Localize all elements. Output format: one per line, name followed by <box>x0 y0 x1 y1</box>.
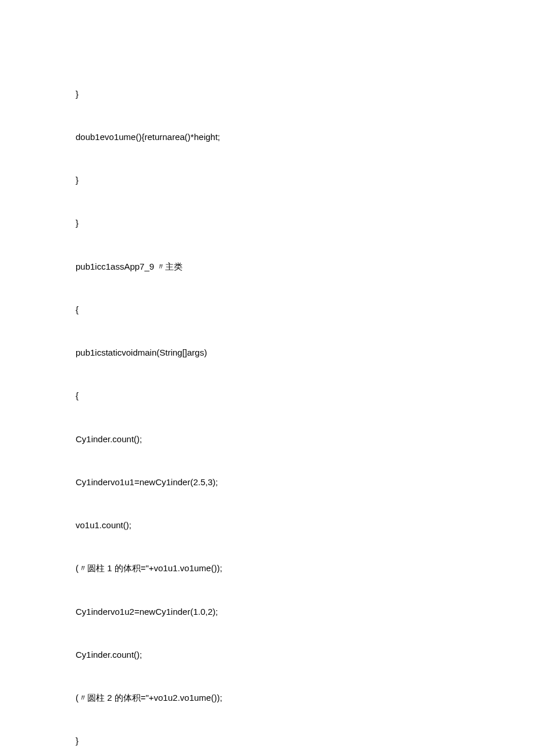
code-line: { <box>76 389 459 403</box>
code-line: Cy1indervo1u1=newCy1inder(2.5,3); <box>76 475 459 490</box>
code-line: vo1u1.count(); <box>76 518 459 533</box>
code-line: } <box>76 734 459 748</box>
code-line: } <box>76 173 459 188</box>
code-line: Cy1inder.count(); <box>76 432 459 447</box>
code-line: (〃圆柱 2 的体积="+vo1u2.vo1ume()); <box>76 691 459 705</box>
code-line: } <box>76 87 459 102</box>
code-line: (〃圆柱 1 的体积="+vo1u1.vo1ume()); <box>76 561 459 576</box>
code-line: Cy1inder.count(); <box>76 648 459 662</box>
code-line: pub1icstaticvoidmain(String[]args) <box>76 346 459 360</box>
code-block-top: } doub1evo1ume(){returnarea()*height; } … <box>76 58 459 756</box>
code-line: doub1evo1ume(){returnarea()*height; <box>76 130 459 145</box>
code-line: Cy1indervo1u2=newCy1inder(1.0,2); <box>76 605 459 619</box>
code-line: } <box>76 216 459 231</box>
code-line: { <box>76 303 459 317</box>
code-line: pub1icc1assApp7_9 〃主类 <box>76 260 459 274</box>
